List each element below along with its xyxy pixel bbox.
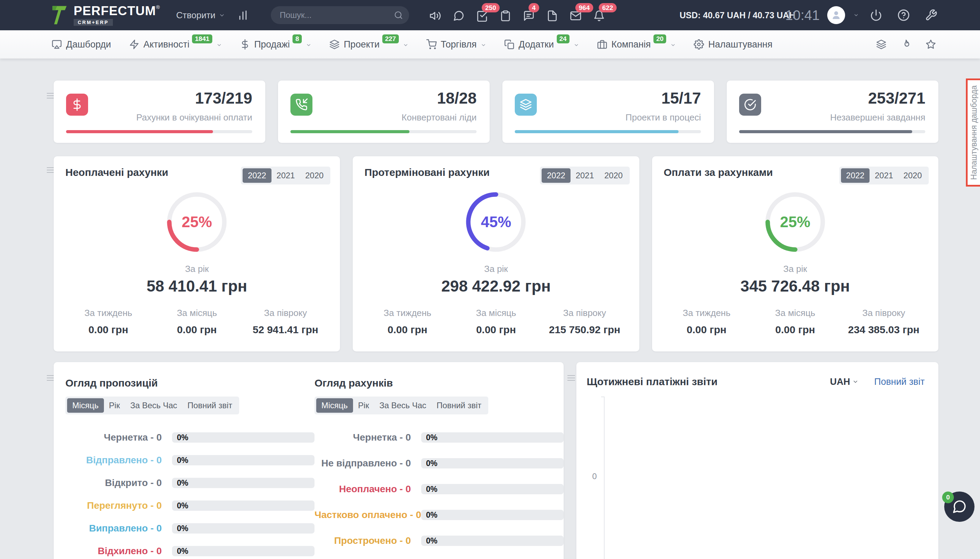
star-icon[interactable] bbox=[926, 39, 936, 50]
nav-item-company[interactable]: Компанія 20 bbox=[597, 39, 676, 50]
card-title: Протерміновані рахунки bbox=[365, 167, 490, 178]
flame-icon[interactable] bbox=[901, 39, 911, 50]
tasks-button[interactable]: 250 bbox=[476, 8, 489, 22]
year-tab-2021[interactable]: 2021 bbox=[272, 168, 300, 183]
nav-item-trade[interactable]: Торгівля bbox=[426, 39, 486, 50]
nav-item-dashboards[interactable]: Дашборди bbox=[52, 39, 111, 50]
search-icon[interactable] bbox=[394, 11, 403, 20]
kpi-card-converted-leads[interactable]: 18/28 Конвертовані ліди bbox=[278, 81, 490, 143]
nav-label: Продажі bbox=[254, 39, 290, 50]
year-tab-2022[interactable]: 2022 bbox=[542, 168, 570, 183]
status-bar: 0% bbox=[421, 536, 564, 546]
nav-label: Проекти bbox=[344, 39, 379, 50]
year-tab-2022[interactable]: 2022 bbox=[841, 168, 869, 183]
brand-logo[interactable]: PERFECTUM® CRM+ERP bbox=[51, 5, 160, 26]
check-circle-icon bbox=[739, 94, 761, 116]
section-title: Огляд рахунків bbox=[315, 377, 564, 389]
brand-name: PERFECTUM bbox=[74, 4, 156, 18]
stack-icon[interactable] bbox=[876, 39, 886, 50]
power-icon bbox=[870, 9, 882, 22]
tools-button[interactable] bbox=[925, 9, 937, 22]
registered-mark: ® bbox=[156, 4, 160, 10]
mail-button[interactable]: 964 bbox=[570, 8, 583, 22]
chevron-down-icon bbox=[481, 42, 486, 48]
chevron-down-icon bbox=[574, 42, 579, 48]
notifications-badge: 622 bbox=[599, 3, 617, 12]
kpi-card-projects-in-progress[interactable]: 15/17 Проекти в процесі bbox=[502, 81, 714, 143]
period-label: За рік bbox=[652, 264, 938, 275]
status-label: Не відправлено - 0 bbox=[315, 458, 411, 469]
card-title: Оплати за рахунками bbox=[664, 167, 773, 178]
clock: 10:41 bbox=[785, 8, 820, 23]
card-title: Щотижневі платіжні звіти bbox=[587, 376, 830, 388]
full-report-link[interactable]: Повний звіт bbox=[874, 377, 925, 387]
col-value: 0.00 грн bbox=[363, 324, 452, 336]
currency-value: UAH bbox=[830, 377, 850, 387]
nav-item-sales[interactable]: Продажі 8 bbox=[240, 39, 312, 50]
tab-all-time[interactable]: За Весь Час bbox=[125, 398, 182, 413]
nav-item-settings[interactable]: Налаштування bbox=[694, 39, 772, 50]
avatar[interactable] bbox=[827, 6, 845, 24]
perfectum-logo-icon bbox=[51, 5, 68, 25]
year-tab-2020[interactable]: 2020 bbox=[898, 168, 927, 183]
kpi-label: Рахунки в очікуванні оплати bbox=[136, 112, 252, 123]
create-button[interactable]: Створити bbox=[176, 10, 225, 21]
documents-button[interactable] bbox=[546, 8, 559, 22]
profile-menu-button[interactable] bbox=[853, 12, 859, 18]
year-tab-2020[interactable]: 2020 bbox=[599, 168, 628, 183]
status-row: Відхилено - 00% bbox=[65, 546, 315, 556]
search-input[interactable] bbox=[271, 6, 409, 24]
drag-handle[interactable] bbox=[47, 167, 54, 168]
tab-all-time[interactable]: За Весь Час bbox=[374, 398, 431, 413]
status-label: Неоплачено - 0 bbox=[315, 484, 411, 495]
year-tab-2020[interactable]: 2020 bbox=[300, 168, 328, 183]
tab-year[interactable]: Рік bbox=[104, 398, 125, 413]
nav-badge: 227 bbox=[382, 35, 399, 44]
kpi-label: Конвертовані ліди bbox=[402, 112, 477, 123]
dashboard-settings-tab[interactable]: Налаштування дашборда bbox=[966, 78, 980, 187]
logout-button[interactable] bbox=[870, 9, 882, 22]
gear-icon bbox=[694, 39, 704, 50]
year-tab-2021[interactable]: 2021 bbox=[571, 168, 599, 183]
drag-handle[interactable] bbox=[47, 93, 54, 94]
col-label: За тиждень bbox=[64, 308, 152, 318]
year-amount: 298 422.92 грн bbox=[353, 277, 639, 295]
layers-icon bbox=[329, 39, 340, 50]
clipboard-button[interactable] bbox=[500, 8, 513, 22]
kpi-card-unfinished-tasks[interactable]: 253/271 Незавершені завдання bbox=[727, 81, 938, 143]
kpi-progress-track bbox=[515, 130, 701, 133]
status-label: Виправлено - 0 bbox=[65, 523, 162, 534]
chat-button[interactable] bbox=[453, 8, 466, 22]
col-label: За півроку bbox=[540, 308, 629, 318]
year-amount: 58 410.41 грн bbox=[54, 277, 340, 295]
nav-badge: 8 bbox=[292, 35, 302, 44]
period-label: За рік bbox=[54, 264, 340, 275]
volume-button[interactable] bbox=[429, 8, 442, 22]
comments-button[interactable]: 4 bbox=[523, 8, 536, 22]
nav-item-addons[interactable]: Додатки 24 bbox=[504, 39, 579, 50]
year-tab-2021[interactable]: 2021 bbox=[869, 168, 898, 183]
nav-item-projects[interactable]: Проекти 227 bbox=[329, 39, 408, 50]
col-value: 0.00 грн bbox=[152, 324, 241, 336]
kpi-card-invoices-pending[interactable]: 173/219 Рахунки в очікуванні оплати bbox=[54, 81, 265, 143]
status-label: Чернетка - 0 bbox=[65, 432, 162, 443]
tab-month[interactable]: Місяць bbox=[316, 398, 353, 413]
nav-badge: 24 bbox=[557, 35, 569, 44]
currency-selector[interactable]: UAH bbox=[830, 377, 858, 387]
activity-icon bbox=[129, 39, 139, 50]
drag-handle[interactable] bbox=[47, 375, 54, 376]
notifications-button[interactable]: 622 bbox=[593, 8, 606, 22]
help-button[interactable] bbox=[898, 9, 910, 22]
tab-month[interactable]: Місяць bbox=[67, 398, 104, 413]
create-label: Створити bbox=[176, 10, 215, 21]
status-bar: 0% bbox=[172, 432, 315, 443]
chat-fab-button[interactable]: 0 bbox=[944, 491, 975, 522]
tab-year[interactable]: Рік bbox=[353, 398, 375, 413]
volume-icon bbox=[429, 10, 441, 22]
tab-full-report[interactable]: Повний звіт bbox=[432, 398, 487, 413]
status-bar: 0% bbox=[421, 458, 564, 468]
year-tab-2022[interactable]: 2022 bbox=[243, 168, 271, 183]
statistics-button[interactable] bbox=[237, 9, 249, 22]
nav-item-activities[interactable]: Активності 1841 bbox=[129, 39, 222, 50]
tab-full-report[interactable]: Повний звіт bbox=[182, 398, 238, 413]
